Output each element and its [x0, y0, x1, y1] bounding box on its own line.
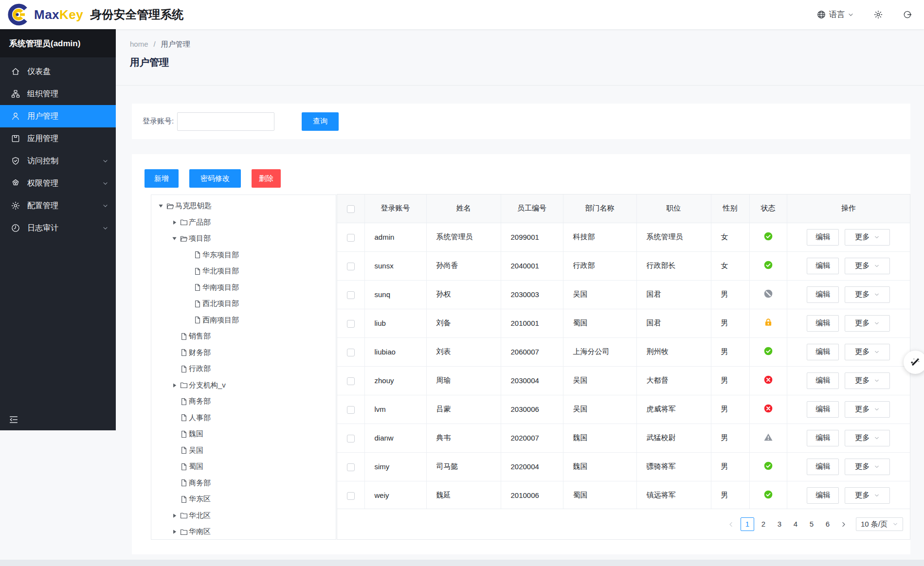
tree-node[interactable]: 商务部 [151, 393, 336, 410]
more-button[interactable]: 更多 [845, 401, 890, 418]
language-menu[interactable]: 语言 [816, 10, 854, 20]
tree-node[interactable]: 分支机构_v [151, 377, 336, 394]
tree-node[interactable]: 项目部 [151, 230, 336, 247]
tree-node-label: 销售部 [189, 332, 211, 341]
cell-employee-no: 2060007 [501, 337, 563, 366]
breadcrumb-home[interactable]: home [130, 40, 148, 49]
edit-button[interactable]: 编辑 [807, 286, 839, 303]
sidebar-item-应用管理[interactable]: 应用管理 [0, 127, 116, 150]
edit-button[interactable]: 编辑 [807, 229, 839, 246]
row-checkbox[interactable] [347, 377, 355, 385]
row-checkbox[interactable] [347, 320, 355, 328]
more-button[interactable]: 更多 [845, 258, 890, 274]
floating-tool-button[interactable] [904, 351, 924, 374]
tree-node[interactable]: 华东项目部 [151, 247, 336, 264]
tree-node[interactable]: 人事部 [151, 410, 336, 426]
more-button[interactable]: 更多 [845, 372, 890, 389]
query-button[interactable]: 查询 [302, 112, 339, 131]
tree-node[interactable]: 吴国 [151, 442, 336, 459]
more-button[interactable]: 更多 [845, 286, 890, 303]
tree-node[interactable]: 魏国 [151, 426, 336, 442]
more-button[interactable]: 更多 [845, 229, 890, 246]
sidebar-item-访问控制[interactable]: 访问控制 [0, 150, 116, 172]
tree-node[interactable]: 华北区 [151, 508, 336, 524]
sidebar-item-配置管理[interactable]: 配置管理 [0, 195, 116, 217]
add-button[interactable]: 新增 [145, 169, 179, 188]
caret-right-icon[interactable] [169, 382, 180, 388]
row-checkbox[interactable] [347, 234, 355, 242]
cell-gender: 男 [711, 395, 749, 424]
tree-node[interactable]: 西北项目部 [151, 296, 336, 312]
select-all-checkbox[interactable] [347, 205, 355, 213]
logout-icon[interactable] [903, 10, 912, 19]
delete-button[interactable]: 删除 [252, 169, 281, 188]
cell-account: liubiao [364, 337, 426, 366]
change-password-button[interactable]: 密码修改 [189, 169, 241, 188]
sidebar-item-权限管理[interactable]: 权限管理 [0, 172, 116, 195]
pagination-page-6[interactable]: 6 [821, 517, 834, 531]
tree-node[interactable]: 马克思钥匙 [151, 198, 336, 214]
more-button[interactable]: 更多 [845, 430, 890, 446]
edit-button[interactable]: 编辑 [807, 459, 839, 475]
row-checkbox[interactable] [347, 291, 355, 299]
tree-node[interactable]: 财务部 [151, 345, 336, 361]
cell-department: 科技部 [563, 223, 636, 251]
pagination-page-5[interactable]: 5 [805, 517, 818, 531]
menu-fold-icon[interactable] [8, 414, 19, 425]
tree-node[interactable]: 华南项目部 [151, 280, 336, 296]
pagination-page-4[interactable]: 4 [789, 517, 802, 531]
edit-button[interactable]: 编辑 [807, 487, 839, 504]
status-inactive-icon [763, 404, 773, 413]
cell-name: 刘表 [426, 337, 501, 366]
caret-right-icon[interactable] [169, 219, 180, 225]
caret-down-icon[interactable] [169, 236, 180, 242]
tree-node[interactable]: 华东区 [151, 491, 336, 508]
file-icon [180, 446, 188, 455]
tree-node[interactable]: 蜀国 [151, 459, 336, 475]
tree-caret-spacer [169, 399, 180, 405]
edit-button[interactable]: 编辑 [807, 258, 839, 274]
tree-node[interactable]: 行政部 [151, 361, 336, 377]
toolbar: 新增 密码修改 删除 [145, 169, 281, 188]
row-checkbox[interactable] [347, 435, 355, 442]
gear-icon[interactable] [873, 10, 883, 19]
sidebar-item-组织管理[interactable]: 组织管理 [0, 83, 116, 105]
row-checkbox[interactable] [347, 463, 355, 471]
sidebar-item-label: 访问控制 [27, 156, 58, 166]
more-button[interactable]: 更多 [845, 344, 890, 360]
folder-open-icon [180, 234, 188, 243]
pagination-page-2[interactable]: 2 [757, 517, 770, 531]
page-size-select[interactable]: 10 条/页 [856, 517, 903, 531]
edit-button[interactable]: 编辑 [807, 315, 839, 332]
tree-node[interactable]: 华北项目部 [151, 263, 336, 280]
cell-employee-no: 2099001 [501, 223, 563, 251]
pagination-prev-icon[interactable] [725, 517, 738, 531]
tree-node[interactable]: 销售部 [151, 328, 336, 345]
row-checkbox[interactable] [347, 349, 355, 356]
row-checkbox[interactable] [347, 492, 355, 500]
edit-button[interactable]: 编辑 [807, 372, 839, 389]
folder-closed-icon [180, 381, 188, 389]
edit-button[interactable]: 编辑 [807, 401, 839, 418]
caret-right-icon[interactable] [169, 513, 180, 518]
caret-down-icon[interactable] [155, 203, 166, 209]
pagination-page-3[interactable]: 3 [773, 517, 786, 531]
row-checkbox[interactable] [347, 263, 355, 270]
sidebar-item-仪表盘[interactable]: 仪表盘 [0, 60, 116, 83]
sidebar-item-日志审计[interactable]: 日志审计 [0, 217, 116, 239]
more-button[interactable]: 更多 [845, 315, 890, 332]
caret-right-icon[interactable] [169, 529, 180, 535]
pagination-page-1[interactable]: 1 [741, 517, 754, 531]
tree-node[interactable]: 西南项目部 [151, 312, 336, 329]
edit-button[interactable]: 编辑 [807, 344, 839, 360]
login-account-input[interactable] [177, 112, 274, 131]
pagination-next-icon[interactable] [837, 517, 851, 531]
more-button[interactable]: 更多 [845, 459, 890, 475]
row-checkbox[interactable] [347, 406, 355, 414]
tree-node[interactable]: 产品部 [151, 214, 336, 231]
tree-node[interactable]: 华南区 [151, 524, 336, 540]
more-button[interactable]: 更多 [845, 487, 890, 504]
sidebar-item-用户管理[interactable]: 用户管理 [0, 105, 116, 127]
edit-button[interactable]: 编辑 [807, 430, 839, 446]
tree-node[interactable]: 商务部 [151, 475, 336, 492]
